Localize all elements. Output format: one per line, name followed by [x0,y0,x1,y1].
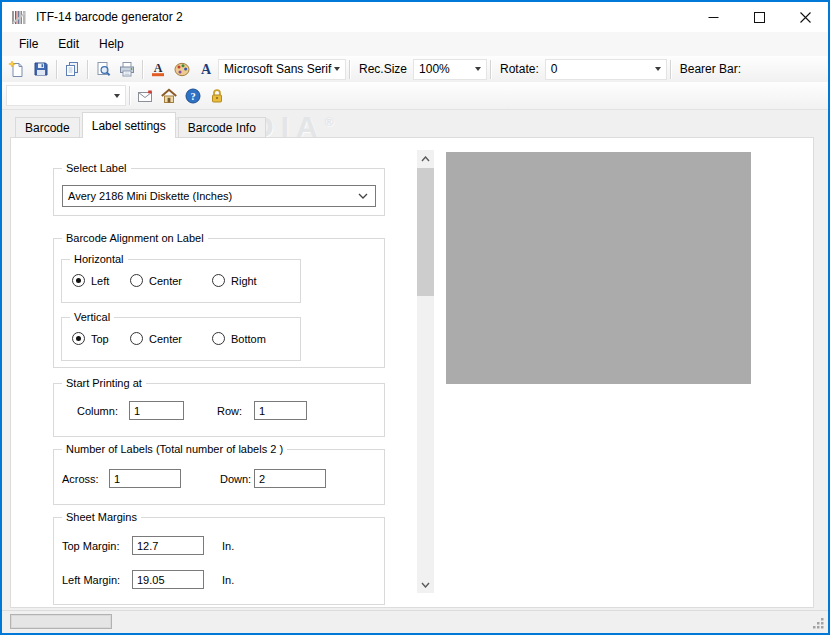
status-bar [2,610,828,633]
chevron-down-icon [358,193,368,199]
window-title: ITF-14 barcode generator 2 [36,10,690,24]
sheet-margins-groupbox: Sheet Margins Top Margin: In. Left Margi… [53,517,385,605]
close-icon [800,12,811,23]
font-name-value: Microsoft Sans Serif [224,62,331,76]
vertical-groupbox: Vertical Top Center Bottom [61,317,301,361]
radio-vertical-center[interactable]: Center [130,332,182,345]
home-icon [160,87,178,105]
rotate-combobox[interactable]: 0 [545,59,667,80]
save-button[interactable] [29,58,53,80]
tab-barcode-info[interactable]: Barcode Info [178,117,266,138]
font-name-combobox[interactable]: Microsoft Sans Serif [218,59,346,80]
resize-grip-icon[interactable] [812,617,825,630]
radio-horizontal-right[interactable]: Right [212,274,257,287]
rotate-label: Rotate: [500,62,539,76]
alignment-groupbox: Barcode Alignment on Label Horizontal Le… [53,238,385,368]
radio-label: Top [91,333,109,345]
chevron-down-icon [114,94,120,98]
horizontal-groupbox: Horizontal Left Center Rig [61,259,301,303]
rotate-value: 0 [551,62,558,76]
new-document-button[interactable] [5,58,29,80]
tab-strip: Barcode Label settings Barcode Info [15,112,268,138]
chevron-down-icon [334,67,340,71]
font-color-icon: A [149,60,167,78]
alignment-title: Barcode Alignment on Label [62,232,208,245]
vertical-scrollbar[interactable] [417,150,434,593]
row-input[interactable] [254,401,307,420]
rec-size-value: 100% [419,62,450,76]
radio-button-icon [72,274,85,287]
radio-button-icon [212,332,225,345]
row-label: Row: [217,405,242,417]
down-input[interactable] [254,469,326,488]
tab-label-settings[interactable]: Label settings [82,112,176,138]
content-area: SOFTPEDIA® Barcode Label settings Barcod… [2,110,828,610]
sheet-margins-title: Sheet Margins [62,511,141,524]
app-barcode-icon [11,9,28,26]
chevron-down-icon [655,67,661,71]
top-margin-input[interactable] [132,536,204,555]
lock-button[interactable] [205,85,229,107]
page-setup-button[interactable] [115,58,139,80]
top-margin-label: Top Margin: [62,540,119,552]
home-button[interactable] [157,85,181,107]
column-input[interactable] [129,401,184,420]
color-palette-button[interactable] [170,58,194,80]
left-margin-input[interactable] [132,570,204,589]
save-icon [32,60,50,78]
svg-text:A: A [154,61,163,75]
toolbar-separator [129,86,130,105]
help-icon: ? [184,87,202,105]
color-palette-icon [173,60,191,78]
toolbar-separator [56,60,57,79]
panel-inner: Select Label Avery 2186 Mini Diskette (I… [53,168,385,605]
start-printing-title: Start Printing at [62,377,146,390]
radio-button-icon [212,274,225,287]
vertical-title: Vertical [70,311,114,324]
radio-button-icon [72,332,85,345]
scrollbar-down-button[interactable] [417,576,434,593]
email-button[interactable] [133,85,157,107]
app-window: ITF-14 barcode generator 2 File Edit Hel… [0,0,830,635]
minimize-button[interactable] [690,2,736,32]
menu-bar: File Edit Help [2,32,828,56]
close-button[interactable] [782,2,828,32]
scrollbar-up-button[interactable] [417,150,434,167]
help-button[interactable]: ? [181,85,205,107]
radio-vertical-bottom[interactable]: Bottom [212,332,266,345]
bearer-bar-combobox[interactable] [6,85,126,106]
across-input[interactable] [109,469,181,488]
menu-edit[interactable]: Edit [48,33,89,55]
copy-button[interactable] [60,58,84,80]
print-preview-button[interactable] [91,58,115,80]
rec-size-label: Rec.Size [359,62,407,76]
font-button[interactable]: A [194,58,218,80]
label-template-value: Avery 2186 Mini Diskette (Inches) [68,190,232,202]
radio-horizontal-center[interactable]: Center [130,274,182,287]
toolbar-separator [142,60,143,79]
chevron-up-icon [421,156,430,162]
tab-barcode[interactable]: Barcode [15,117,80,138]
label-template-combobox[interactable]: Avery 2186 Mini Diskette (Inches) [62,185,376,207]
left-margin-unit: In. [222,574,234,586]
toolbar-separator [349,60,350,79]
radio-horizontal-left[interactable]: Left [72,274,109,287]
maximize-button[interactable] [736,2,782,32]
radio-vertical-top[interactable]: Top [72,332,109,345]
radio-label: Left [91,275,109,287]
toolbar-separator [87,60,88,79]
menu-help[interactable]: Help [89,33,134,55]
minimize-icon [708,12,719,23]
progress-bar [10,614,112,629]
toolbar-separator [490,60,491,79]
barcode-preview-area [446,152,751,384]
menu-file[interactable]: File [9,33,48,55]
rec-size-combobox[interactable]: 100% [413,59,487,80]
tab-page-label-settings: Select Label Avery 2186 Mini Diskette (I… [10,137,814,608]
scrollbar-thumb[interactable] [417,168,434,296]
down-label: Down: [220,473,251,485]
font-color-button[interactable]: A [146,58,170,80]
start-printing-groupbox: Start Printing at Column: Row: [53,383,385,437]
page-setup-icon [118,60,136,78]
column-label: Column: [77,405,118,417]
